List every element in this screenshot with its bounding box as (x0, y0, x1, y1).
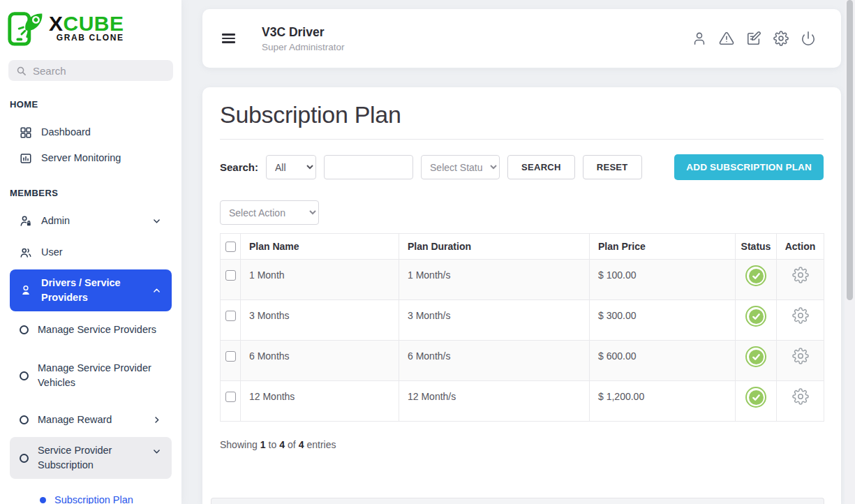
user-role: Super Administrator (262, 42, 345, 52)
plan-duration-cell: 12 Month/s (399, 381, 590, 422)
column-header: Status (736, 234, 777, 260)
search-input[interactable] (33, 65, 165, 77)
radio-circle-icon (20, 415, 29, 424)
bar-chart-box-icon (20, 152, 32, 165)
search-label: Search: (220, 161, 258, 173)
topbar-icons (692, 31, 816, 46)
nav-heading-home: HOME (10, 99, 172, 110)
table-row: 12 Months 12 Month/s $ 1,200.00 (221, 381, 824, 422)
table-summary: Showing 1 to 4 of 4 entries (220, 439, 824, 450)
column-header: Action (777, 234, 824, 260)
sidebar-item-dashboard[interactable]: Dashboard (10, 119, 172, 145)
status-active-icon[interactable] (745, 265, 766, 286)
row-action-gear-icon[interactable] (792, 265, 809, 283)
plan-price-cell: $ 600.00 (590, 341, 736, 381)
main-content-card: Subscription Plan Search: All Select Sta… (202, 87, 841, 504)
subscription-plans-table: Plan Name Plan Duration Plan Price Statu… (220, 233, 824, 422)
gear-icon[interactable] (773, 31, 789, 46)
radio-circle-icon (20, 371, 29, 380)
brand-x: X (49, 13, 64, 34)
column-header: Plan Duration (399, 234, 590, 260)
status-active-icon[interactable] (745, 306, 766, 327)
search-type-select[interactable]: All (266, 155, 316, 179)
topbar-title-block: V3C Driver Super Administrator (262, 25, 345, 52)
column-header: Plan Price (590, 234, 736, 260)
sidebar-item-user[interactable]: User (10, 239, 172, 265)
chevron-down-icon (152, 447, 162, 456)
status-active-icon[interactable] (745, 387, 766, 408)
row-checkbox[interactable] (225, 311, 236, 321)
plan-name-cell: 3 Months (241, 300, 399, 341)
sidebar-item-subscription-plan[interactable]: Subscription Plan (10, 487, 172, 504)
table-row: 6 Months 6 Month/s $ 600.00 (221, 341, 824, 381)
summary-text: Showing (220, 439, 258, 450)
divider (220, 139, 824, 140)
add-subscription-plan-button[interactable]: ADD SUBSCRIPTION PLAN (674, 154, 824, 180)
scrollbar-thumb[interactable] (847, 0, 853, 300)
column-header: Plan Name (241, 234, 399, 260)
table-row: 1 Month 1 Month/s $ 100.00 (221, 260, 824, 300)
bulk-action-select[interactable]: Select Action (220, 200, 319, 225)
sidebar-item-label: Service Provider Subscription (38, 443, 143, 473)
summary-text: to (269, 439, 277, 450)
sidebar-item-manage-service-provider-vehicles[interactable]: Manage Service Provider Vehicles (10, 355, 172, 396)
radio-circle-icon (20, 454, 29, 463)
sidebar-item-service-provider-subscription[interactable]: Service Provider Subscription (10, 437, 172, 479)
row-checkbox[interactable] (225, 392, 236, 402)
brand-text: X CUBE GRAB CLONE (49, 13, 124, 43)
sidebar-item-server-monitoring[interactable]: Server Monitoring (10, 145, 172, 171)
summary-text: of (288, 439, 296, 450)
table-row: 3 Months 3 Month/s $ 300.00 (221, 300, 824, 341)
sidebar-search[interactable] (8, 60, 173, 81)
form-edit-icon[interactable] (746, 31, 761, 46)
plan-price-cell: $ 100.00 (590, 260, 736, 300)
chevron-up-icon (152, 286, 162, 295)
app-title: V3C Driver (262, 25, 345, 40)
status-select[interactable]: Select Status (421, 155, 500, 179)
search-icon (16, 66, 27, 76)
select-all-checkbox[interactable] (225, 242, 236, 252)
users-group-icon (20, 246, 32, 259)
row-checkbox[interactable] (225, 270, 236, 281)
brand-logo[interactable]: X CUBE GRAB CLONE (0, 0, 181, 49)
row-checkbox[interactable] (225, 351, 236, 362)
row-action-gear-icon[interactable] (792, 387, 809, 405)
row-action-gear-icon[interactable] (792, 306, 809, 324)
sidebar-item-admin[interactable]: Admin (10, 208, 172, 234)
sidebar-item-drivers-service-providers[interactable]: Drivers / Service Providers (10, 269, 172, 311)
alert-triangle-icon[interactable] (719, 31, 734, 46)
filter-row: Search: All Select Status SEARCH RESET A… (220, 154, 824, 180)
status-active-icon[interactable] (745, 346, 766, 367)
plan-name-cell: 1 Month (241, 260, 399, 300)
sidebar: X CUBE GRAB CLONE HOME Dashboard (0, 0, 181, 504)
plan-name-cell: 12 Months (241, 381, 399, 422)
reset-button[interactable]: RESET (583, 155, 642, 179)
nav-heading-members: MEMBERS (10, 188, 172, 198)
plan-price-cell: $ 300.00 (590, 300, 736, 341)
search-keyword-input[interactable] (324, 155, 413, 179)
chevron-right-icon (152, 415, 162, 424)
row-action-gear-icon[interactable] (792, 346, 809, 364)
power-icon[interactable] (801, 31, 816, 46)
sidebar-item-manage-reward[interactable]: Manage Reward (10, 407, 172, 433)
driver-person-icon (20, 284, 32, 297)
user-icon[interactable] (692, 31, 707, 46)
admin-lock-user-icon (20, 215, 32, 228)
sidebar-item-label: Drivers / Service Providers (41, 276, 143, 305)
active-bullet-icon (40, 497, 46, 503)
summary-text: entries (306, 439, 336, 450)
sidebar-item-label: Server Monitoring (41, 151, 162, 165)
plan-duration-cell: 3 Month/s (399, 300, 590, 341)
hamburger-menu-icon[interactable] (222, 31, 235, 45)
brand-tagline: GRAB CLONE (49, 33, 124, 43)
plan-duration-cell: 1 Month/s (399, 260, 590, 300)
sidebar-item-manage-service-providers[interactable]: Manage Service Providers (10, 317, 172, 343)
summary-from: 1 (260, 439, 266, 450)
topbar: V3C Driver Super Administrator (202, 9, 841, 68)
sidebar-item-label: Manage Service Providers (38, 323, 162, 337)
plan-duration-cell: 6 Month/s (399, 341, 590, 381)
sidebar-item-label: Manage Reward (38, 413, 143, 427)
search-button[interactable]: SEARCH (507, 155, 575, 179)
plan-name-cell: 6 Months (241, 341, 399, 381)
page-scrollbar[interactable] (845, 0, 855, 504)
